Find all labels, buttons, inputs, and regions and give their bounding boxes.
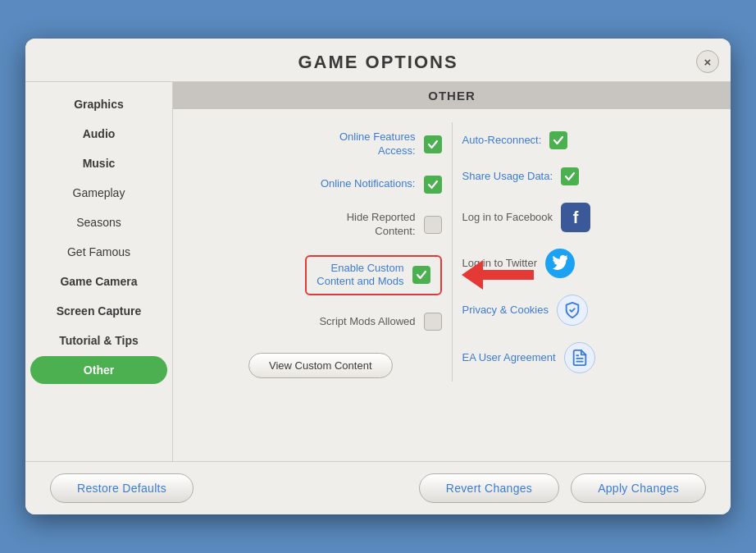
red-arrow: [462, 260, 534, 290]
sidebar-item-gameplay[interactable]: Gameplay: [30, 179, 167, 207]
privacy-shield-icon[interactable]: [557, 295, 588, 326]
auto-reconnect-checkbox[interactable]: [549, 131, 567, 149]
sidebar-item-graphics[interactable]: Graphics: [30, 90, 167, 118]
facebook-row: Log in to Facebook f: [453, 194, 723, 240]
left-column: Online FeaturesAccess: Online Notificati…: [181, 122, 452, 382]
enable-custom-checkbox[interactable]: [412, 266, 430, 284]
dialog-title-bar: Game Options ×: [25, 39, 731, 82]
revert-changes-button[interactable]: Revert Changes: [419, 473, 559, 503]
right-column: Auto-Reconnect: Share Usage Data:: [453, 122, 723, 382]
online-features-label: Online FeaturesAccess:: [339, 130, 416, 158]
game-options-dialog: Game Options × Graphics Audio Music Game…: [25, 39, 731, 514]
restore-defaults-button[interactable]: Restore Defaults: [50, 473, 194, 503]
facebook-label: Log in to Facebook: [462, 211, 553, 225]
arrow-head: [462, 260, 483, 290]
auto-reconnect-label: Auto-Reconnect:: [462, 134, 542, 148]
main-content: Other Online FeaturesAccess: Online Noti…: [173, 82, 731, 461]
sidebar-item-other[interactable]: Other: [30, 356, 167, 384]
sidebar-item-audio[interactable]: Audio: [30, 120, 167, 148]
share-usage-checkbox[interactable]: [561, 167, 579, 185]
arrow-body: [483, 270, 534, 280]
online-features-row: Online FeaturesAccess:: [181, 122, 452, 167]
hide-reported-row: Hide ReportedContent:: [181, 203, 452, 247]
ea-agreement-label: EA User Agreement: [462, 351, 556, 365]
share-usage-row: Share Usage Data:: [453, 158, 723, 194]
share-usage-label: Share Usage Data:: [462, 170, 553, 184]
online-features-checkbox[interactable]: [424, 135, 442, 153]
script-mods-row: Script Mods Allowed: [181, 304, 452, 340]
close-button[interactable]: ×: [696, 50, 719, 73]
sidebar: Graphics Audio Music Gameplay Seasons Ge…: [25, 82, 173, 461]
apply-changes-button[interactable]: Apply Changes: [571, 473, 706, 503]
sidebar-item-game-camera[interactable]: Game Camera: [30, 267, 167, 295]
sidebar-item-music[interactable]: Music: [30, 149, 167, 177]
auto-reconnect-row: Auto-Reconnect:: [453, 122, 723, 158]
enable-custom-label: Enable CustomContent and Mods: [317, 262, 403, 290]
enable-custom-highlight: Enable CustomContent and Mods: [305, 255, 441, 296]
sidebar-item-screen-capture[interactable]: Screen Capture: [30, 297, 167, 325]
dialog-body: Graphics Audio Music Gameplay Seasons Ge…: [25, 82, 731, 461]
hide-reported-checkbox[interactable]: [424, 216, 442, 234]
dialog-title: Game Options: [298, 52, 458, 72]
script-mods-label: Script Mods Allowed: [319, 315, 415, 329]
facebook-icon[interactable]: f: [561, 203, 590, 232]
twitter-icon[interactable]: [545, 249, 575, 278]
privacy-label: Privacy & Cookies: [462, 304, 549, 318]
online-notifications-row: Online Notifications:: [181, 167, 452, 203]
section-header: Other: [173, 82, 731, 109]
privacy-row: Privacy & Cookies: [453, 286, 723, 334]
sidebar-item-get-famous[interactable]: Get Famous: [30, 238, 167, 266]
view-custom-btn-row: View Custom Content: [181, 346, 452, 378]
hide-reported-label: Hide ReportedContent:: [347, 211, 416, 239]
view-custom-content-button[interactable]: View Custom Content: [248, 353, 393, 378]
online-notifications-checkbox[interactable]: [424, 176, 442, 194]
options-columns: Online FeaturesAccess: Online Notificati…: [173, 122, 731, 382]
ea-agreement-doc-icon[interactable]: [564, 342, 595, 373]
online-notifications-label: Online Notifications:: [321, 177, 416, 191]
right-buttons: Revert Changes Apply Changes: [419, 473, 706, 503]
sidebar-item-seasons[interactable]: Seasons: [30, 208, 167, 236]
ea-agreement-row: EA User Agreement: [453, 334, 723, 382]
enable-custom-row: Enable CustomContent and Mods: [181, 247, 452, 304]
script-mods-checkbox[interactable]: [424, 313, 442, 331]
sidebar-item-tutorial-tips[interactable]: Tutorial & Tips: [30, 327, 167, 354]
bottom-bar: Restore Defaults Revert Changes Apply Ch…: [25, 461, 731, 514]
